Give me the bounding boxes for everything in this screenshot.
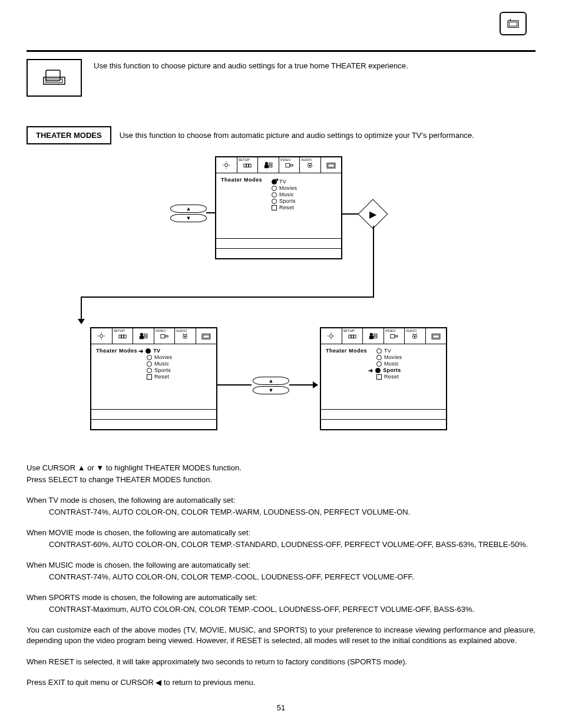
svg-rect-31	[124, 335, 126, 338]
movie-mode-values: CONTRAST-60%, AUTO COLOR-ON, COLOR TEMP.…	[27, 539, 535, 550]
osd-tab-setup: SETUP	[237, 157, 259, 173]
option-sports: ➜Sports	[368, 367, 442, 373]
option-reset: Reset	[376, 374, 442, 380]
option-sports: Sports	[272, 198, 338, 204]
svg-rect-19	[290, 164, 293, 166]
svg-point-21	[309, 165, 311, 167]
svg-rect-1	[510, 22, 517, 26]
intro-theater-icon	[27, 59, 82, 97]
svg-rect-35	[144, 337, 147, 338]
svg-rect-29	[119, 335, 121, 338]
osd-panel-sports-selected: SETUP VIDEO AUDIO Theater Modes TV Movie…	[320, 327, 447, 430]
top-divider	[27, 50, 535, 52]
svg-rect-30	[121, 335, 124, 338]
svg-rect-17	[269, 166, 272, 167]
option-reset: Reset	[272, 205, 338, 210]
cursor-down-button[interactable]: ▼	[253, 386, 289, 394]
customize-note: You can customize each of the above mode…	[27, 625, 535, 645]
option-music: Music	[147, 361, 213, 367]
movie-mode-heading: When MOVIE mode is chosen, the following…	[27, 528, 535, 538]
reset-note: When RESET is selected, it will take app…	[27, 657, 535, 667]
svg-rect-23	[328, 164, 335, 167]
option-music: Music	[272, 192, 338, 197]
intro-text: Use this function to choose picture and …	[94, 61, 408, 70]
cursor-up-button[interactable]: ▲	[170, 205, 207, 213]
osd-tab-bar: SETUP VIDEO AUDIO	[216, 157, 341, 173]
option-music: Music	[376, 361, 442, 367]
svg-rect-59	[433, 335, 439, 338]
svg-rect-33	[140, 336, 144, 339]
theater-icon	[42, 69, 66, 87]
osd-tab-custom	[216, 157, 237, 173]
svg-point-24	[100, 334, 103, 337]
option-reset: Reset	[147, 374, 213, 380]
osd-tab-audio: AUDIO	[300, 157, 321, 173]
cursor-instruction: Use CURSOR ▲ or ▼ to highlight THEATER M…	[27, 463, 535, 473]
svg-point-50	[370, 333, 373, 336]
svg-rect-51	[369, 336, 373, 339]
cursor-up-button[interactable]: ▲	[253, 377, 289, 385]
svg-rect-47	[349, 335, 351, 338]
svg-point-57	[414, 336, 416, 338]
section-description: Use this function to choose from automat…	[120, 131, 474, 140]
osd-tab-person	[258, 157, 279, 173]
cursor-updown-control: ▲ ▼	[253, 377, 289, 394]
osd-tab-theater	[321, 157, 342, 173]
osd-menu-title: Theater Modes	[221, 177, 262, 183]
music-mode-values: CONTRAST-74%, AUTO COLOR-ON, COLOR TEMP.…	[27, 572, 535, 582]
svg-rect-48	[351, 335, 353, 338]
option-tv: ➜TV	[138, 348, 213, 354]
osd-panel-main: SETUP VIDEO AUDIO Theater Modes ➜ TV Mov…	[215, 156, 342, 259]
svg-rect-12	[246, 164, 249, 167]
cursor-updown-control: ▲ ▼	[170, 205, 207, 222]
exit-instruction: Press EXIT to quit menu or CURSOR ◀ to r…	[27, 677, 535, 688]
option-tv: TV	[272, 179, 338, 185]
instruction-text: Use CURSOR ▲ or ▼ to highlight THEATER M…	[27, 463, 535, 688]
osd-tab-video: VIDEO	[279, 157, 300, 173]
osd-flow-diagram: SETUP VIDEO AUDIO Theater Modes ➜ TV Mov…	[27, 156, 535, 451]
svg-rect-16	[269, 163, 272, 165]
tv-mode-heading: When TV mode is chosen, the following ar…	[27, 495, 535, 506]
tv-mode-values: CONTRAST-74%, AUTO COLOR-ON, COLOR TEMP.…	[27, 507, 535, 518]
option-sports: Sports	[147, 367, 213, 373]
svg-rect-36	[161, 334, 165, 338]
option-movies: Movies	[147, 354, 213, 360]
svg-point-39	[184, 336, 186, 338]
page-number: 51	[27, 703, 535, 712]
svg-rect-52	[374, 334, 377, 336]
svg-rect-15	[265, 165, 269, 168]
sports-mode-values: CONTRAST-Maximum, AUTO COLOR-ON, COLOR T…	[27, 604, 535, 615]
svg-rect-54	[391, 334, 395, 338]
page-corner-icon	[500, 12, 527, 35]
svg-rect-11	[244, 164, 246, 167]
theater-icon	[507, 19, 519, 28]
cursor-down-button[interactable]: ▼	[170, 214, 207, 222]
svg-rect-41	[203, 335, 210, 338]
svg-point-14	[265, 162, 268, 165]
music-mode-heading: When MUSIC mode is chosen, the following…	[27, 560, 535, 571]
section-label-theater-modes: THEATER MODES	[27, 126, 111, 144]
sports-mode-heading: When SPORTS mode is chosen, the followin…	[27, 592, 535, 603]
svg-point-32	[140, 333, 143, 336]
svg-rect-13	[249, 164, 251, 167]
svg-point-6	[225, 163, 228, 166]
svg-rect-55	[395, 335, 398, 337]
select-instruction: Press SELECT to change THEATER MODES fun…	[27, 475, 535, 485]
osd-panel-tv-selected: SETUP VIDEO AUDIO Theater Modes ➜TV Movi…	[90, 327, 217, 430]
svg-rect-49	[353, 335, 356, 338]
option-tv: TV	[376, 348, 442, 354]
svg-rect-18	[286, 163, 290, 167]
svg-point-42	[330, 334, 333, 337]
select-button[interactable]: ▶	[358, 199, 388, 229]
option-movies: Movies	[272, 185, 338, 191]
svg-rect-34	[144, 334, 147, 336]
svg-rect-37	[166, 335, 168, 337]
svg-rect-53	[374, 337, 377, 338]
option-movies: Movies	[376, 354, 442, 360]
